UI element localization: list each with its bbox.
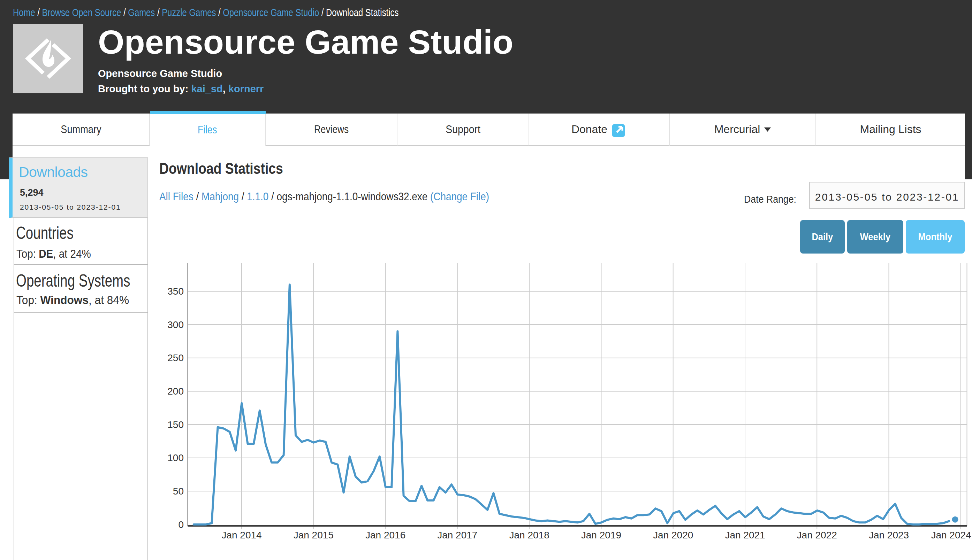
svg-text:150: 150: [167, 419, 184, 430]
svg-text:300: 300: [167, 319, 184, 330]
svg-text:100: 100: [167, 452, 184, 463]
svg-text:Jan 2021: Jan 2021: [725, 530, 765, 540]
svg-text:200: 200: [167, 386, 184, 397]
svg-text:Jan 2014: Jan 2014: [221, 530, 261, 540]
svg-text:350: 350: [167, 286, 184, 297]
svg-text:0: 0: [178, 519, 184, 530]
svg-text:Jan 2024: Jan 2024: [931, 530, 971, 540]
svg-text:250: 250: [167, 352, 184, 363]
svg-text:Jan 2016: Jan 2016: [365, 530, 405, 540]
svg-text:Jan 2020: Jan 2020: [653, 530, 693, 540]
svg-text:Jan 2019: Jan 2019: [581, 530, 621, 540]
svg-text:Jan 2018: Jan 2018: [509, 530, 549, 540]
svg-text:Jan 2022: Jan 2022: [797, 530, 837, 540]
svg-text:Jan 2017: Jan 2017: [437, 530, 477, 540]
svg-text:Jan 2023: Jan 2023: [869, 530, 909, 540]
svg-text:50: 50: [173, 486, 184, 497]
svg-text:Jan 2015: Jan 2015: [294, 530, 334, 540]
